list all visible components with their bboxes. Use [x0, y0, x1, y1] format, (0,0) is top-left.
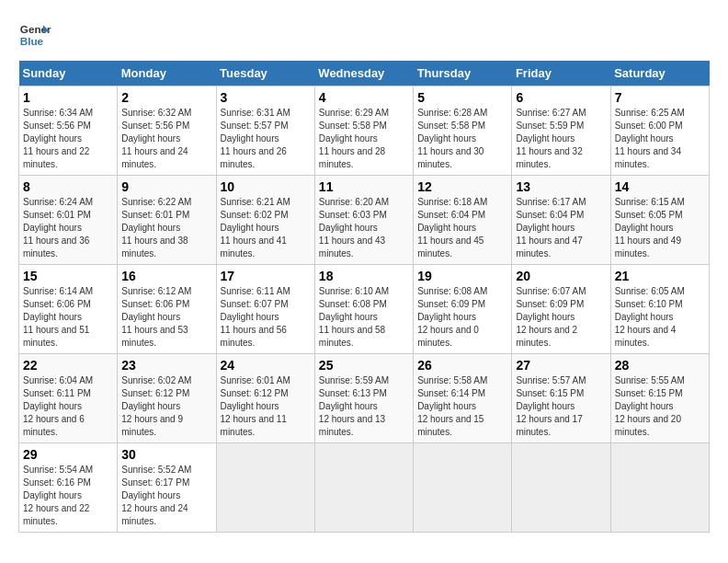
- day-number: 12: [417, 179, 507, 194]
- calendar-day-cell: 10 Sunrise: 6:21 AM Sunset: 6:02 PM Dayl…: [216, 176, 314, 265]
- calendar-day-cell: 20 Sunrise: 6:07 AM Sunset: 6:09 PM Dayl…: [512, 265, 610, 354]
- calendar-day-cell: 8 Sunrise: 6:24 AM Sunset: 6:01 PM Dayli…: [19, 176, 118, 265]
- calendar-table: SundayMondayTuesdayWednesdayThursdayFrid…: [18, 61, 710, 533]
- calendar-day-cell: 18 Sunrise: 6:10 AM Sunset: 6:08 PM Dayl…: [314, 265, 413, 354]
- calendar-day-cell: 14 Sunrise: 6:15 AM Sunset: 6:05 PM Dayl…: [610, 176, 709, 265]
- calendar-day-cell: 19 Sunrise: 6:08 AM Sunset: 6:09 PM Dayl…: [414, 265, 512, 354]
- day-number: 30: [121, 447, 211, 462]
- day-info: Sunrise: 6:11 AM Sunset: 6:07 PM Dayligh…: [221, 285, 311, 350]
- day-info: Sunrise: 6:17 AM Sunset: 6:04 PM Dayligh…: [516, 196, 606, 260]
- calendar-day-cell: 24 Sunrise: 6:01 AM Sunset: 6:12 PM Dayl…: [216, 354, 314, 443]
- calendar-day-cell: 22 Sunrise: 6:04 AM Sunset: 6:11 PM Dayl…: [19, 354, 118, 443]
- day-number: 1: [23, 90, 113, 105]
- logo-icon: General Blue: [18, 18, 51, 52]
- day-number: 16: [121, 269, 211, 283]
- day-info: Sunrise: 6:08 AM Sunset: 6:09 PM Dayligh…: [417, 285, 507, 350]
- day-number: 27: [516, 358, 606, 373]
- day-number: 10: [221, 179, 311, 194]
- calendar-day-cell: 29 Sunrise: 5:54 AM Sunset: 6:16 PM Dayl…: [19, 443, 118, 533]
- calendar-day-cell: 4 Sunrise: 6:29 AM Sunset: 5:58 PM Dayli…: [314, 86, 413, 176]
- calendar-day-cell: 27 Sunrise: 5:57 AM Sunset: 6:15 PM Dayl…: [512, 354, 610, 443]
- day-number: 25: [319, 358, 409, 373]
- calendar-day-cell: [610, 443, 709, 533]
- day-info: Sunrise: 6:27 AM Sunset: 5:59 PM Dayligh…: [516, 107, 606, 171]
- day-info: Sunrise: 6:31 AM Sunset: 5:57 PM Dayligh…: [221, 107, 311, 171]
- day-number: 26: [417, 358, 507, 373]
- day-number: 15: [23, 269, 113, 283]
- calendar-day-cell: 11 Sunrise: 6:20 AM Sunset: 6:03 PM Dayl…: [314, 176, 413, 265]
- day-number: 6: [516, 90, 606, 105]
- calendar-day-cell: 2 Sunrise: 6:32 AM Sunset: 5:56 PM Dayli…: [118, 86, 216, 176]
- day-number: 20: [516, 269, 606, 283]
- calendar-day-cell: 6 Sunrise: 6:27 AM Sunset: 5:59 PM Dayli…: [512, 86, 610, 176]
- header-cell-saturday: Saturday: [610, 61, 709, 86]
- header-cell-wednesday: Wednesday: [314, 61, 413, 86]
- calendar-header: SundayMondayTuesdayWednesdayThursdayFrid…: [19, 61, 710, 86]
- calendar-day-cell: 21 Sunrise: 6:05 AM Sunset: 6:10 PM Dayl…: [610, 265, 709, 354]
- day-info: Sunrise: 6:15 AM Sunset: 6:05 PM Dayligh…: [615, 196, 705, 260]
- day-number: 3: [221, 90, 311, 105]
- day-number: 2: [121, 90, 211, 105]
- day-info: Sunrise: 6:28 AM Sunset: 5:58 PM Dayligh…: [417, 107, 507, 171]
- calendar-day-cell: [414, 443, 512, 533]
- day-info: Sunrise: 6:34 AM Sunset: 5:56 PM Dayligh…: [23, 107, 113, 171]
- day-number: 22: [23, 358, 113, 373]
- calendar-week-row: 1 Sunrise: 6:34 AM Sunset: 5:56 PM Dayli…: [19, 86, 710, 176]
- day-number: 28: [615, 358, 705, 373]
- day-number: 11: [319, 179, 409, 194]
- day-info: Sunrise: 6:22 AM Sunset: 6:01 PM Dayligh…: [121, 196, 211, 260]
- header-cell-sunday: Sunday: [19, 61, 118, 86]
- logo: General Blue: [18, 18, 51, 52]
- calendar-day-cell: 9 Sunrise: 6:22 AM Sunset: 6:01 PM Dayli…: [118, 176, 216, 265]
- calendar-day-cell: 1 Sunrise: 6:34 AM Sunset: 5:56 PM Dayli…: [19, 86, 118, 176]
- calendar-week-row: 15 Sunrise: 6:14 AM Sunset: 6:06 PM Dayl…: [19, 265, 710, 354]
- day-info: Sunrise: 5:58 AM Sunset: 6:14 PM Dayligh…: [417, 374, 507, 439]
- day-number: 19: [417, 269, 507, 283]
- page-header: General Blue: [18, 18, 710, 52]
- day-info: Sunrise: 6:07 AM Sunset: 6:09 PM Dayligh…: [516, 285, 606, 350]
- header-cell-friday: Friday: [512, 61, 610, 86]
- calendar-day-cell: 3 Sunrise: 6:31 AM Sunset: 5:57 PM Dayli…: [216, 86, 314, 176]
- day-info: Sunrise: 5:55 AM Sunset: 6:15 PM Dayligh…: [615, 374, 705, 439]
- calendar-day-cell: 12 Sunrise: 6:18 AM Sunset: 6:04 PM Dayl…: [414, 176, 512, 265]
- day-number: 29: [23, 447, 113, 462]
- header-cell-tuesday: Tuesday: [216, 61, 314, 86]
- day-number: 7: [615, 90, 705, 105]
- day-info: Sunrise: 6:21 AM Sunset: 6:02 PM Dayligh…: [221, 196, 311, 260]
- day-number: 13: [516, 179, 606, 194]
- day-info: Sunrise: 6:02 AM Sunset: 6:12 PM Dayligh…: [121, 374, 211, 439]
- day-info: Sunrise: 6:01 AM Sunset: 6:12 PM Dayligh…: [221, 374, 311, 439]
- day-number: 9: [121, 179, 211, 194]
- calendar-day-cell: 16 Sunrise: 6:12 AM Sunset: 6:06 PM Dayl…: [118, 265, 216, 354]
- calendar-day-cell: 28 Sunrise: 5:55 AM Sunset: 6:15 PM Dayl…: [610, 354, 709, 443]
- calendar-day-cell: 26 Sunrise: 5:58 AM Sunset: 6:14 PM Dayl…: [414, 354, 512, 443]
- day-info: Sunrise: 6:25 AM Sunset: 6:00 PM Dayligh…: [615, 107, 705, 171]
- day-info: Sunrise: 5:52 AM Sunset: 6:17 PM Dayligh…: [121, 464, 211, 528]
- day-info: Sunrise: 5:59 AM Sunset: 6:13 PM Dayligh…: [319, 374, 409, 439]
- calendar-day-cell: [314, 443, 413, 533]
- day-number: 24: [221, 358, 311, 373]
- calendar-day-cell: 23 Sunrise: 6:02 AM Sunset: 6:12 PM Dayl…: [118, 354, 216, 443]
- header-cell-monday: Monday: [118, 61, 216, 86]
- day-info: Sunrise: 6:14 AM Sunset: 6:06 PM Dayligh…: [23, 285, 113, 350]
- calendar-body: 1 Sunrise: 6:34 AM Sunset: 5:56 PM Dayli…: [19, 86, 710, 533]
- svg-text:Blue: Blue: [20, 35, 44, 47]
- calendar-day-cell: 17 Sunrise: 6:11 AM Sunset: 6:07 PM Dayl…: [216, 265, 314, 354]
- header-row: SundayMondayTuesdayWednesdayThursdayFrid…: [19, 61, 710, 86]
- day-info: Sunrise: 5:57 AM Sunset: 6:15 PM Dayligh…: [516, 374, 606, 439]
- day-number: 18: [319, 269, 409, 283]
- calendar-week-row: 29 Sunrise: 5:54 AM Sunset: 6:16 PM Dayl…: [19, 443, 710, 533]
- calendar-day-cell: [512, 443, 610, 533]
- day-info: Sunrise: 6:12 AM Sunset: 6:06 PM Dayligh…: [121, 285, 211, 350]
- day-info: Sunrise: 6:29 AM Sunset: 5:58 PM Dayligh…: [319, 107, 409, 171]
- calendar-week-row: 22 Sunrise: 6:04 AM Sunset: 6:11 PM Dayl…: [19, 354, 710, 443]
- day-number: 23: [121, 358, 211, 373]
- day-info: Sunrise: 6:05 AM Sunset: 6:10 PM Dayligh…: [615, 285, 705, 350]
- day-info: Sunrise: 6:18 AM Sunset: 6:04 PM Dayligh…: [417, 196, 507, 260]
- day-number: 21: [615, 269, 705, 283]
- day-info: Sunrise: 6:10 AM Sunset: 6:08 PM Dayligh…: [319, 285, 409, 350]
- day-info: Sunrise: 6:32 AM Sunset: 5:56 PM Dayligh…: [121, 107, 211, 171]
- calendar-day-cell: [216, 443, 314, 533]
- day-info: Sunrise: 6:04 AM Sunset: 6:11 PM Dayligh…: [23, 374, 113, 439]
- calendar-week-row: 8 Sunrise: 6:24 AM Sunset: 6:01 PM Dayli…: [19, 176, 710, 265]
